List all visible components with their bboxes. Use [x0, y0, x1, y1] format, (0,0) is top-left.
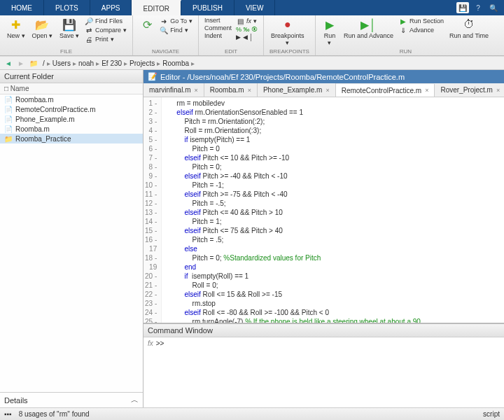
status-usages: 8 usages of "rm" found	[19, 410, 90, 418]
editor-icon: 📝	[148, 72, 158, 81]
pane-title: Current Folder	[0, 70, 143, 83]
breadcrumb-segment[interactable]: Ef 230	[99, 59, 124, 67]
line-gutter: 1 -2 -3 -4 -5 -6 -7 -8 -9 -10 -11 -12 -1…	[144, 97, 162, 323]
editor-tab-label: Rover_Project.m	[440, 86, 492, 94]
name-column-header[interactable]: □ Name	[0, 83, 143, 94]
insert-section-button[interactable]: ▤ fx ▾	[236, 17, 258, 25]
help-icon[interactable]: ?	[472, 2, 484, 13]
ribbon-group-label: NAVIGATE	[139, 48, 192, 55]
run-time-icon: ⏱	[462, 18, 476, 31]
find-files-button[interactable]: 🔎Find Files	[85, 17, 127, 25]
details-header[interactable]: Details︿	[0, 392, 143, 407]
main-tab-view[interactable]: VIEW	[234, 0, 276, 15]
editor-tab-label: RemoteControlPractice.m	[342, 87, 421, 94]
editor-tab[interactable]: Phone_Example.m×	[258, 83, 336, 97]
main-tab-plots[interactable]: PLOTS	[44, 0, 90, 15]
run-time-button[interactable]: ⏱Run and Time	[448, 17, 490, 40]
indent-button[interactable]: Indent	[204, 32, 232, 39]
chevron-up-icon: ︿	[131, 395, 139, 405]
file-name: Roomba.m	[15, 125, 50, 133]
advance-button[interactable]: ⇓Advance	[399, 26, 444, 34]
current-folder-pane: Current Folder □ Name 📄Roombaa.m📄RemoteC…	[0, 70, 144, 407]
breakpoints-button[interactable]: ●Breakpoints▾	[270, 17, 306, 47]
pane-title: Command Window	[144, 324, 504, 337]
file-name: Phone_Example.m	[15, 115, 75, 123]
file-item[interactable]: 📄RemoteControlPractice.m	[0, 104, 143, 114]
compare-button[interactable]: ⇄Compare ▾	[85, 26, 127, 34]
folder-icon: 📁	[4, 134, 13, 143]
run-section-icon: ▶	[399, 17, 407, 25]
command-window: Command Window fx>>	[144, 323, 504, 407]
breadcrumb-segment[interactable]: Users	[50, 59, 73, 67]
close-icon[interactable]: ×	[248, 87, 251, 94]
editor-tabs: marvinfinal.m×Roomba.m×Phone_Example.m×R…	[144, 83, 504, 97]
run-section-button[interactable]: ▶Run Section	[399, 17, 444, 25]
save-icon: 💾	[62, 18, 76, 31]
breadcrumb-segment[interactable]: /	[41, 59, 47, 67]
mfile-icon: 📄	[4, 115, 13, 123]
editor-title-bar: 📝Editor - /Users/noah/Ef 230/Projects/Ro…	[144, 70, 504, 83]
save-button[interactable]: 💾Save ▾	[58, 17, 80, 40]
mfile-icon: 📄	[4, 105, 13, 113]
status-bar: ▪▪▪ 8 usages of "rm" found script	[0, 407, 504, 420]
status-mode: script	[483, 410, 500, 418]
main-tab-home[interactable]: HOME	[0, 0, 44, 15]
run-button[interactable]: ▶Run▾	[321, 17, 338, 47]
main-tab-publish[interactable]: PUBLISH	[181, 0, 234, 15]
prompt: >>	[156, 340, 164, 347]
code-body[interactable]: rm = mobiledev elseif rm.OrientationSens…	[162, 97, 422, 323]
search-quick-icon[interactable]: 🔍	[487, 2, 500, 13]
advance-icon: ⇓	[399, 26, 407, 34]
open-icon: 📂	[35, 18, 49, 31]
editor-tab[interactable]: Roomba.m×	[204, 83, 258, 97]
close-icon[interactable]: ×	[496, 87, 500, 94]
navigate-button[interactable]: ⟳	[139, 17, 155, 40]
code-editor[interactable]: 1 -2 -3 -4 -5 -6 -7 -8 -9 -10 -11 -12 -1…	[144, 97, 504, 323]
file-item[interactable]: 📄Roomba.m	[0, 124, 143, 134]
find-button[interactable]: 🔍Find ▾	[160, 26, 192, 34]
busy-indicator: ▪▪▪	[4, 410, 12, 418]
file-item[interactable]: 📄Phone_Example.m	[0, 114, 143, 124]
main-tab-apps[interactable]: APPS	[90, 0, 132, 15]
file-item[interactable]: 📁Roomba_Practice	[0, 134, 143, 144]
breadcrumb-segment[interactable]: Projects	[127, 59, 157, 67]
comment-button[interactable]: Comment	[204, 24, 232, 31]
address-bar: ◄ ► 📁 / ▸ Users ▸ noah ▸ Ef 230 ▸ Projec…	[0, 56, 504, 70]
breakpoint-icon: ●	[281, 18, 295, 31]
file-name: Roombaa.m	[15, 96, 53, 104]
main-tab-editor[interactable]: EDITOR	[132, 0, 181, 15]
editor-tab-label: marvinfinal.m	[149, 86, 190, 94]
file-item[interactable]: 📄Roombaa.m	[0, 94, 143, 104]
editor-tab[interactable]: Rover_Project.m×	[435, 83, 504, 97]
run-advance-button[interactable]: ▶│Run and Advance	[342, 17, 395, 40]
forward-icon[interactable]: ►	[15, 58, 27, 68]
insert-button[interactable]: Insert	[204, 17, 232, 24]
open-button[interactable]: 📂Open ▾	[31, 17, 55, 40]
main-tabs: HOMEPLOTSAPPSEDITORPUBLISHVIEW 💾 ? 🔍	[0, 0, 504, 15]
find-files-icon: 🔎	[85, 17, 93, 25]
section-icon: ▤	[236, 17, 244, 25]
close-icon[interactable]: ×	[194, 87, 197, 94]
print-button[interactable]: 🖨Print ▾	[85, 35, 127, 43]
breadcrumb-segment[interactable]: noah	[76, 59, 96, 67]
breadcrumb-segment[interactable]: Roomba	[160, 59, 191, 67]
ribbon: ✚New ▾ 📂Open ▾ 💾Save ▾ 🔎Find Files ⇄Comp…	[0, 15, 504, 56]
new-button[interactable]: ✚New ▾	[6, 17, 27, 40]
fx-icon: fx	[246, 18, 251, 24]
editor-tab-label: Roomba.m	[210, 86, 244, 94]
editor-tab[interactable]: marvinfinal.m×	[144, 83, 204, 97]
editor-tab[interactable]: RemoteControlPractice.m×	[336, 84, 435, 97]
ribbon-group-label: FILE	[6, 48, 127, 55]
close-icon[interactable]: ×	[326, 87, 329, 94]
close-icon[interactable]: ×	[425, 87, 428, 94]
folder-up-icon[interactable]: 📁	[28, 58, 39, 68]
comment-tools[interactable]: % ‰ ⦿	[236, 26, 258, 33]
save-quick-icon[interactable]: 💾	[456, 2, 469, 13]
goto-button[interactable]: ➜Go To ▾	[160, 17, 192, 25]
mfile-icon: 📄	[4, 95, 13, 104]
ribbon-group-label: EDIT	[204, 48, 258, 55]
back-icon[interactable]: ◄	[3, 58, 14, 68]
indent-tools[interactable]: ▶ ◀ │	[236, 34, 258, 41]
file-name: RemoteControlPractice.m	[15, 106, 95, 113]
command-input[interactable]: fx>>	[144, 337, 504, 407]
